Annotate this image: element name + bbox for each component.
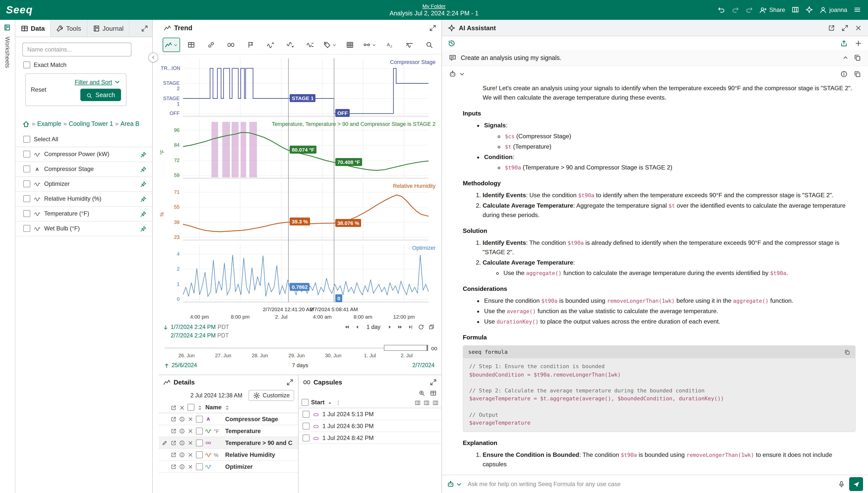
capsule-checkbox[interactable] (303, 434, 309, 442)
asset-checkbox[interactable] (23, 225, 30, 232)
remove-item-icon[interactable] (187, 452, 194, 457)
display-mode-button[interactable] (163, 38, 180, 52)
asset-checkbox[interactable] (23, 195, 30, 202)
copy-code-button[interactable] (844, 349, 850, 355)
pin-icon[interactable] (140, 210, 146, 217)
lane-plot[interactable] (183, 244, 428, 302)
asset-checkbox[interactable] (23, 180, 30, 187)
customize-button[interactable] (321, 38, 339, 52)
refresh-button[interactable] (418, 324, 424, 330)
asset-list-item[interactable]: Wet Bulb (°F) (15, 221, 152, 236)
item-name[interactable]: Optimizer (225, 463, 295, 470)
ai-assistant-toggle-button[interactable] (806, 6, 813, 14)
share-item-icon[interactable] (170, 428, 177, 434)
share-column-icon[interactable] (170, 404, 177, 411)
pin-icon[interactable] (140, 195, 146, 202)
selected-range-handle[interactable] (384, 345, 428, 351)
go-to-now-button[interactable] (408, 324, 413, 330)
pan-forward-full-button[interactable] (397, 324, 403, 330)
ai-prompt-input[interactable] (467, 480, 834, 488)
item-checkbox[interactable] (196, 451, 203, 458)
signal-bottom-button[interactable] (282, 38, 299, 52)
info-icon[interactable] (840, 70, 848, 78)
share-item-icon[interactable] (170, 464, 177, 469)
tab-data[interactable]: Data (15, 20, 51, 37)
item-checkbox[interactable] (196, 427, 203, 434)
details-select-all-checkbox[interactable] (187, 404, 195, 411)
remove-item-icon[interactable] (187, 416, 194, 422)
compare-mode-button[interactable] (202, 38, 220, 52)
start-column-header[interactable]: Start (311, 399, 325, 406)
item-name[interactable]: Temperature (225, 427, 295, 434)
tab-journal[interactable]: Journal (87, 20, 129, 37)
capsule-zoom-icon[interactable] (431, 345, 438, 352)
pin-icon[interactable] (140, 225, 146, 232)
customize-button[interactable]: Customize (248, 390, 294, 401)
pin-icon[interactable] (140, 180, 146, 187)
new-chat-button[interactable] (854, 39, 862, 47)
lane-plot[interactable] (183, 183, 428, 240)
expand-trend-button[interactable] (429, 24, 437, 32)
copy-response-button[interactable] (854, 70, 861, 78)
share-item-icon[interactable] (170, 440, 177, 446)
reset-button[interactable]: Reset (31, 86, 46, 93)
close-ai-button[interactable] (854, 24, 862, 31)
home-icon[interactable] (22, 120, 30, 128)
trend-chart[interactable]: Compressor StageTR...IONSTAGE 2STAGE 1OF… (161, 59, 438, 321)
remove-column-icon[interactable] (179, 404, 185, 411)
folder-link[interactable]: My Folder (422, 3, 445, 9)
exact-match-checkbox[interactable]: Exact Match (15, 59, 152, 71)
details-row[interactable]: Temperature > 90 and C (159, 437, 298, 449)
gridlines-button[interactable] (341, 38, 359, 52)
sort-icon-2[interactable] (224, 404, 230, 411)
pin-icon[interactable] (140, 151, 146, 157)
signal-top-button[interactable] (262, 38, 279, 52)
details-row[interactable]: %Relative Humidity (159, 449, 298, 461)
tab-tools[interactable]: Tools (51, 20, 87, 37)
name-column-header[interactable]: Name (205, 404, 221, 411)
redo-all-button[interactable] (746, 6, 753, 14)
lane-plot[interactable] (183, 121, 428, 178)
expand-details-button[interactable] (286, 378, 294, 386)
trend-lane[interactable]: Temperature, Temperature > 90 and Compre… (161, 121, 438, 178)
copy-range-button[interactable] (428, 324, 435, 330)
details-row[interactable]: ACompressor Stage (159, 413, 298, 425)
undo-button[interactable] (718, 6, 725, 14)
pan-forward-button[interactable] (387, 324, 393, 330)
asset-list-item[interactable]: Relative Humidity (%) (15, 192, 152, 206)
add-column-icon-2[interactable] (424, 399, 429, 406)
signal-bounds-button[interactable] (302, 38, 319, 52)
asset-list-item[interactable]: Compressor Power (kW) (15, 147, 152, 162)
pan-back-full-button[interactable] (344, 324, 350, 330)
capsule-row[interactable]: 1 Jul 2024 5:13 PM (299, 409, 441, 421)
sort-asc-icon[interactable] (327, 399, 333, 406)
pin-icon[interactable] (140, 166, 146, 172)
capsule-row[interactable]: 1 Jul 2024 8:42 PM (299, 432, 441, 444)
trend-lane[interactable]: Compressor StageTR...IONSTAGE 2STAGE 1OF… (161, 59, 438, 116)
asset-checkbox[interactable] (23, 210, 30, 217)
display-range-end[interactable]: 2/7/2024 2:24 PM (170, 333, 216, 338)
hide-series-button[interactable] (401, 38, 418, 52)
labels-button[interactable] (242, 38, 259, 52)
pan-back-button[interactable] (354, 324, 360, 330)
asset-checkbox[interactable] (23, 151, 30, 157)
mic-button[interactable] (838, 480, 845, 488)
copy-message-button[interactable] (854, 54, 861, 61)
share-item-icon[interactable] (170, 452, 177, 457)
remove-item-icon[interactable] (187, 440, 194, 446)
table-view-button[interactable] (183, 38, 200, 52)
trend-lane[interactable]: Optimizer4210 (161, 244, 438, 302)
asset-checkbox[interactable] (23, 166, 30, 172)
item-checkbox[interactable] (196, 415, 203, 422)
chevron-down-icon[interactable] (458, 70, 466, 78)
zoom-to-capsule-icon[interactable] (419, 389, 425, 396)
number-format-button[interactable]: A2 (381, 38, 398, 52)
user-menu[interactable]: joanna (820, 6, 847, 14)
filter-and-sort-link[interactable]: Filter and Sort (75, 78, 121, 86)
expand-data-panel-button[interactable] (141, 24, 148, 32)
name-search-input[interactable] (22, 43, 132, 57)
select-all-checkbox[interactable]: Select All (15, 132, 152, 147)
search-button[interactable]: Search (81, 89, 121, 101)
item-info-icon[interactable] (179, 452, 185, 457)
input-mode-chevron-icon[interactable] (455, 480, 463, 488)
